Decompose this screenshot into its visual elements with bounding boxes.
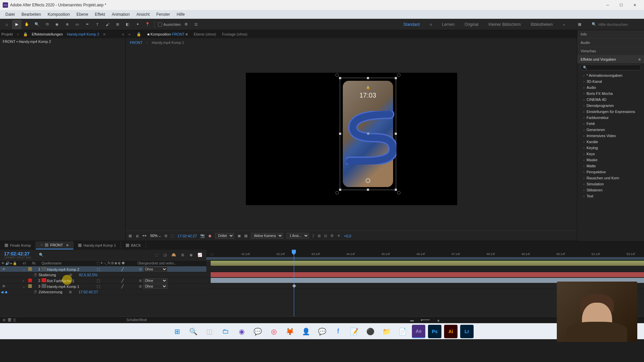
layer-row-2[interactable]: › 2 Rot Farbfläche 1 ⬚╱ ⊚ Ohne [0,278,206,284]
handle-mid-right[interactable] [394,132,397,135]
effects-category[interactable]: Matte [577,163,644,169]
clone-tool-icon[interactable]: ⊞ [113,20,122,29]
anchor-point-icon[interactable]: ⊕ [367,131,370,136]
rotate-tool-icon[interactable]: ◉ [52,20,62,29]
zoom-out-icon[interactable]: ▬ [410,318,414,322]
snapshot-icon[interactable]: 📷 [200,234,205,238]
effects-category[interactable]: Generieren [577,127,644,133]
handle-mid-left[interactable] [339,132,341,135]
menu-komposition[interactable]: Komposition [44,11,73,18]
pen-tool-icon[interactable]: ✒ [83,20,92,29]
roi-icon[interactable]: ▣ [237,234,241,238]
photoshop-icon[interactable]: Ps [428,325,441,338]
effects-category[interactable]: Immersives Video [577,133,644,139]
link-icon[interactable]: ⧉ [69,290,72,294]
help-search-input[interactable] [598,22,639,26]
exposure-icon[interactable]: ☀ [337,234,340,238]
add-keyframe-icon[interactable]: ◆ [4,290,8,294]
app-icon[interactable]: 📝 [347,325,361,338]
workspace-original[interactable]: Original [465,22,478,27]
effects-category[interactable]: CINEMA 4D [577,97,644,103]
workspace-bibliotheken[interactable]: Bibliotheken [531,22,552,27]
orbit-tool-icon[interactable]: ⟲ [42,20,52,29]
handle-top-left[interactable] [339,77,341,79]
eraser-tool-icon[interactable]: ◧ [123,20,132,29]
brush-tool-icon[interactable]: 🖌 [103,20,112,29]
lock-column-icon[interactable]: 🔒 [13,261,17,265]
nav-front[interactable]: FRONT [130,41,143,45]
brainstorm-icon[interactable]: {} [13,318,16,322]
workspace-lernen[interactable]: Lernen [442,22,454,27]
effects-category[interactable]: Boris FX Mocha [577,90,644,97]
zoom-slider[interactable]: ●━━━ [421,318,430,322]
effects-category[interactable]: Audio [577,84,644,90]
render-queue-icon[interactable]: 🎬 [7,318,11,322]
frame-blend-icon[interactable]: ⊞ [179,251,186,259]
panel-vorschau[interactable]: Vorschau [577,47,644,55]
text-tool-icon[interactable]: T [93,20,102,29]
zoom-tool-icon[interactable]: 🔍 [32,20,42,29]
parent-dropdown[interactable]: Ohne [143,284,167,289]
effects-category[interactable]: Dienstprogramm [577,103,644,109]
handle-bot-mid[interactable] [367,188,369,191]
label-color[interactable] [28,279,32,282]
pickwhip-icon[interactable]: ⊚ [139,284,142,289]
timeremap-value[interactable]: 17:02:42:27 [72,290,98,294]
solo-column-icon[interactable]: ● [10,261,12,265]
column-nr[interactable]: Nr. [28,261,40,265]
keyframe-marker[interactable] [292,284,296,288]
start-button[interactable]: ⊞ [170,325,184,338]
obs-icon[interactable]: ⚫ [364,325,377,338]
zoom-in-icon[interactable]: ▲ [436,318,440,322]
handle-top-mid[interactable] [367,77,369,79]
folder-icon[interactable]: 📁 [380,325,393,338]
lightroom-icon[interactable]: Lr [460,325,474,338]
menu-bearbeiten[interactable]: Bearbeiten [18,11,44,18]
whatsapp-icon[interactable]: 💬 [251,325,264,338]
workspace-kleiner[interactable]: Kleiner Bildschirm [488,22,521,27]
timeline-tab-comp1[interactable]: Handy.mp4 Komp 1 [73,242,121,249]
effects-category[interactable]: Farbkorrektur [577,115,644,121]
shy-icon[interactable]: 🙈 [170,251,177,259]
visibility-toggle[interactable]: 👁 [1,284,6,288]
panel-collapse-icon[interactable]: « [128,32,130,36]
link-icon[interactable]: ⧉ [69,273,72,277]
home-icon[interactable]: ⌂ [2,20,11,29]
keyframe-nav-prev[interactable]: ◀ [0,290,4,294]
explorer-icon[interactable]: 🗀 [219,325,232,338]
effects-category[interactable]: Fehlt [577,121,644,127]
label-color[interactable] [28,284,32,288]
messenger-icon[interactable]: 💬 [315,325,329,338]
frame-blend-icon[interactable]: ⬚ [171,234,174,238]
label-column-icon[interactable]: 🏷 [23,261,28,265]
menu-fenster[interactable]: Fenster [153,11,173,18]
rotate-handle[interactable] [397,73,400,77]
camera-dropdown[interactable]: Aktive Kamera [251,233,283,239]
zoom-dropdown[interactable]: 50% ⌵ [150,234,161,238]
firefox-icon[interactable]: 🦊 [283,325,297,338]
effects-category[interactable]: Maske [577,157,644,163]
stopwatch-icon[interactable]: ⏱ [34,290,37,294]
selection-tool-icon[interactable]: ▶ [12,20,21,29]
rotate-handle[interactable] [397,191,400,194]
effects-category[interactable]: Keying [577,145,644,151]
pickwhip-icon[interactable]: ⊚ [139,267,142,272]
app-icon[interactable]: 👤 [299,325,313,338]
effects-category[interactable]: * Animationsvorgaben [577,72,644,78]
mask-icon[interactable]: 👓 [142,234,147,238]
search-icon[interactable]: 🔍 [186,325,200,338]
property-row-timeremap[interactable]: ◀ ◆ ⏱ Zeitverzerrung ⧉ 17:02:42:27 [0,289,206,295]
effects-category[interactable]: Keys [577,151,644,157]
workspace-panel-icon[interactable]: ▦ [575,20,584,29]
menu-ebene[interactable]: Ebene [73,11,92,18]
effects-category[interactable]: Perspektive [577,169,644,175]
handle-top-right[interactable] [394,77,397,79]
after-effects-icon[interactable]: Ae [412,325,425,338]
shape-tool-icon[interactable]: ▭ [72,20,82,29]
minimize-button[interactable]: ─ [601,0,614,10]
menu-hilfe[interactable]: Hilfe [173,11,188,18]
tab-project[interactable]: Projekt [1,32,13,36]
menu-ansicht[interactable]: Ansicht [133,11,153,18]
resolution-icon[interactable]: ⊞ [164,234,167,238]
tab-footage[interactable]: Footage (ohne) [222,32,247,36]
